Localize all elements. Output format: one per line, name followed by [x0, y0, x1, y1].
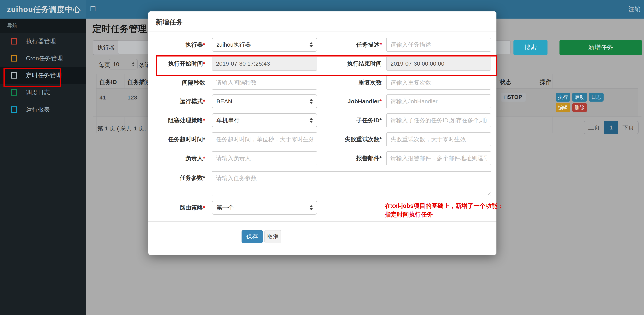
cancel-button[interactable]: 取消: [264, 230, 282, 243]
feature-note-line2: 指定时间执行任务: [385, 210, 504, 219]
sidebar: 导航 执行器管理 Cron任务管理 定时任务管理 调度日志 运行报表: [0, 19, 86, 315]
glue-type-select[interactable]: BEAN: [212, 94, 317, 108]
start-time-input[interactable]: [212, 57, 317, 71]
select-arrows-icon: [310, 118, 313, 123]
end-time-input[interactable]: [386, 57, 491, 71]
save-button[interactable]: 保存: [242, 230, 263, 243]
start-button[interactable]: 启动: [572, 93, 587, 102]
sidebar-item-label: 调度日志: [26, 88, 50, 97]
pagination-info: 第 1 页 ( 总共 1 页, 1: [97, 125, 151, 133]
resize-grip-icon[interactable]: [487, 192, 490, 195]
edit-button[interactable]: 编辑: [556, 103, 570, 112]
timeout-input[interactable]: [212, 132, 317, 146]
glue-type-label: 运行模式*: [148, 98, 205, 105]
cell-task-id: 41: [100, 94, 106, 101]
modal-footer-divider: [148, 221, 496, 222]
per-page-value: 10: [113, 61, 119, 68]
add-task-button[interactable]: 新增任务: [560, 40, 642, 55]
app-logo: zuihou任务调度中心: [0, 0, 86, 19]
fail-retry-input[interactable]: [386, 132, 491, 146]
page-title: 定时任务管理: [92, 23, 147, 35]
app-title: zuihou任务调度中心: [7, 4, 81, 15]
job-desc-input[interactable]: [386, 38, 491, 52]
status-badge: □STOP: [501, 93, 526, 102]
per-page-prefix: 每页: [99, 61, 110, 69]
interval-input[interactable]: [212, 76, 317, 90]
pager-current-page[interactable]: 1: [604, 121, 618, 134]
modal-header-divider: [148, 32, 496, 32]
interval-label: 间隔秒数: [148, 79, 205, 87]
select-arrows-icon: [132, 62, 134, 66]
sidebar-nav-header: 导航: [0, 19, 86, 33]
square-icon: [11, 55, 17, 62]
author-label: 负责人*: [148, 154, 205, 162]
job-handler-input[interactable]: [386, 94, 491, 108]
square-icon: [11, 89, 17, 96]
executor-select[interactable]: zuihou执行器: [212, 38, 317, 52]
add-task-modal: 新增任务 执行器* zuihou执行器 任务描述* 执行开始时间* 执行结束时间…: [148, 12, 496, 255]
select-arrows-icon: [310, 42, 313, 47]
header-ops: 操作: [540, 78, 551, 86]
pager-prev-button[interactable]: 上页: [584, 121, 604, 134]
executor-filter-addon: 执行器: [93, 40, 119, 55]
run-button[interactable]: 执行: [556, 93, 570, 102]
feature-note: 在xxl-jobs项目的基础上，新增了一个功能： 指定时间执行任务: [385, 201, 504, 219]
start-time-label: 执行开始时间*: [148, 60, 205, 68]
job-param-textarea[interactable]: [212, 171, 491, 196]
block-strategy-label: 阻塞处理策略*: [148, 117, 205, 124]
child-jobid-input[interactable]: [386, 113, 491, 127]
pager-next-button[interactable]: 下页: [618, 121, 638, 134]
job-handler-label: JobHandler*: [317, 98, 382, 105]
sidebar-item-label: 定时任务管理: [26, 71, 62, 80]
block-strategy-select[interactable]: 单机串行: [212, 113, 317, 127]
repeat-count-input[interactable]: [386, 76, 491, 90]
sidebar-toggle-icon[interactable]: □: [90, 4, 95, 13]
job-param-label: 任务参数*: [148, 174, 205, 182]
square-icon: [11, 106, 17, 113]
sidebar-item-timed-task-manage[interactable]: 定时任务管理: [0, 67, 86, 84]
cell-task-desc: 123: [128, 94, 137, 101]
square-icon: [11, 72, 17, 79]
author-input[interactable]: [212, 151, 317, 165]
select-arrows-icon: [310, 205, 313, 210]
child-jobid-label: 子任务ID*: [317, 117, 382, 124]
end-time-label: 执行结束时间: [317, 60, 382, 68]
pagination: 上页 1 下页: [584, 121, 638, 134]
per-page-select[interactable]: 10: [109, 59, 138, 70]
timeout-label: 任务超时时间*: [148, 135, 205, 143]
logout-link[interactable]: 注销: [628, 5, 640, 13]
route-strategy-label: 路由策略*: [148, 204, 205, 212]
sidebar-item-label: 运行报表: [26, 105, 50, 114]
sidebar-item-executor-manage[interactable]: 执行器管理: [0, 33, 86, 50]
sidebar-item-schedule-log[interactable]: 调度日志: [0, 84, 86, 101]
executor-label: 执行器*: [148, 41, 205, 49]
repeat-count-label: 重复次数: [317, 79, 382, 87]
route-strategy-select[interactable]: 第一个: [212, 201, 317, 215]
select-arrows-icon: [310, 99, 313, 104]
delete-button[interactable]: 删除: [572, 103, 587, 112]
sidebar-item-cron-task-manage[interactable]: Cron任务管理: [0, 50, 86, 67]
search-button[interactable]: 搜索: [514, 40, 548, 55]
header-status: 状态: [500, 78, 511, 86]
sidebar-item-run-report[interactable]: 运行报表: [0, 101, 86, 118]
job-desc-label: 任务描述*: [317, 41, 382, 49]
sidebar-item-label: 执行器管理: [26, 37, 56, 46]
alarm-email-label: 报警邮件*: [317, 154, 382, 162]
log-button[interactable]: 日志: [589, 93, 604, 102]
header-task-id: 任务ID: [100, 78, 117, 86]
fail-retry-label: 失败重试次数*: [317, 135, 382, 143]
square-icon: [11, 38, 17, 45]
header-task-desc: 任务描述: [128, 78, 151, 86]
modal-title: 新增任务: [156, 18, 183, 27]
alarm-email-input[interactable]: [386, 151, 491, 165]
feature-note-line1: 在xxl-jobs项目的基础上，新增了一个功能：: [385, 201, 504, 210]
sidebar-item-label: Cron任务管理: [26, 54, 63, 63]
